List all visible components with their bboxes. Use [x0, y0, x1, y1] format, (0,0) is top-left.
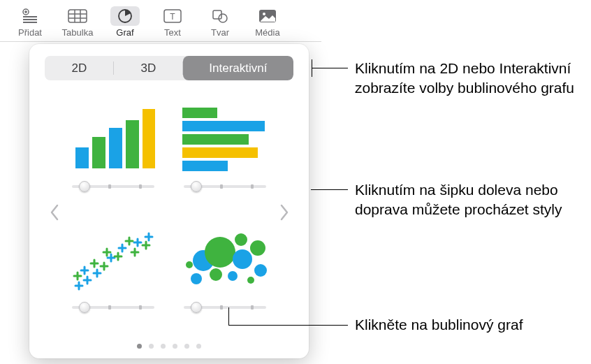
column-chart-thumb [68, 100, 159, 177]
tool-label: Tabulka [62, 27, 94, 38]
page-dot[interactable] [184, 344, 189, 349]
page-indicator [29, 344, 309, 349]
svg-rect-19 [92, 137, 105, 168]
shape-icon [205, 6, 235, 26]
svg-rect-27 [182, 161, 228, 171]
tool-text[interactable]: T Text [151, 3, 194, 38]
scatter-chart-option[interactable] [64, 215, 163, 330]
page-dot[interactable] [149, 344, 154, 349]
bar-chart-thumb [180, 100, 270, 177]
svg-rect-26 [182, 147, 258, 158]
svg-rect-23 [182, 108, 217, 118]
tab-3d[interactable]: 3D [114, 56, 183, 80]
svg-point-28 [191, 273, 202, 284]
bar-chart-option[interactable] [175, 94, 275, 210]
svg-rect-20 [109, 128, 122, 168]
tab-label: Interaktivní [209, 61, 267, 75]
svg-point-34 [233, 249, 252, 269]
add-page-icon [15, 6, 45, 26]
tool-shape[interactable]: Tvar [198, 3, 242, 38]
svg-point-32 [210, 268, 222, 281]
tab-label: 2D [72, 61, 87, 75]
scatter-chart-thumb [68, 221, 159, 298]
style-slider[interactable] [72, 303, 154, 312]
page-dot[interactable] [173, 344, 177, 349]
tool-label: Text [164, 27, 181, 38]
callout-text-tabs: Kliknutím na 2D nebo Interaktivní zobraz… [355, 59, 585, 99]
svg-point-31 [205, 237, 235, 268]
callout-text-arrow: Kliknutím na šipku doleva nebo doprava m… [355, 180, 578, 220]
toolbar: Přidat Tabulka Graf [0, 0, 321, 42]
tool-add[interactable]: Přidat [8, 3, 52, 38]
media-icon [253, 6, 282, 26]
svg-rect-24 [182, 121, 265, 131]
tab-label: 3D [140, 61, 156, 75]
tool-label: Tvar [211, 27, 229, 38]
chart-picker-popover: 2D 3D Interaktivní [29, 44, 309, 358]
svg-point-36 [250, 240, 265, 256]
column-chart-option[interactable] [64, 94, 163, 210]
chart-styles-area [45, 94, 293, 330]
tool-label: Graf [116, 27, 133, 38]
table-icon [63, 6, 92, 26]
chart-thumbs-grid [64, 94, 275, 330]
svg-point-29 [186, 261, 193, 268]
tool-label: Přidat [18, 27, 42, 38]
page-dot[interactable] [137, 344, 142, 349]
tool-chart[interactable]: Graf [103, 3, 147, 38]
svg-rect-21 [126, 120, 139, 168]
svg-rect-22 [143, 109, 155, 168]
chevron-left-icon [49, 203, 60, 222]
tool-media[interactable]: Média [246, 3, 289, 38]
svg-rect-25 [182, 134, 249, 145]
style-slider[interactable] [72, 182, 154, 191]
pie-chart-icon [110, 6, 140, 26]
textbox-icon: T [158, 6, 187, 26]
svg-rect-6 [68, 10, 87, 22]
svg-point-38 [247, 277, 254, 284]
svg-point-33 [228, 271, 238, 281]
style-slider[interactable] [184, 303, 266, 312]
tab-2d[interactable]: 2D [45, 56, 114, 80]
svg-rect-18 [75, 147, 89, 168]
svg-point-15 [219, 14, 227, 22]
tab-interactive[interactable]: Interaktivní [183, 56, 293, 80]
page-dot[interactable] [196, 344, 201, 349]
svg-text:T: T [170, 12, 175, 22]
tool-table[interactable]: Tabulka [56, 3, 99, 38]
style-slider[interactable] [184, 182, 266, 191]
chart-type-segmented-control: 2D 3D Interaktivní [45, 56, 293, 80]
callout-text-bubble: Klikněte na bublinový graf [355, 315, 585, 335]
bubble-chart-option[interactable] [175, 215, 275, 330]
bubble-chart-thumb [180, 221, 270, 298]
tool-label: Média [255, 27, 279, 38]
page-dot[interactable] [161, 344, 166, 349]
svg-point-17 [263, 13, 265, 15]
svg-point-35 [235, 233, 247, 246]
prev-style-arrow[interactable] [45, 188, 64, 237]
svg-point-37 [254, 264, 267, 277]
chevron-right-icon [279, 203, 290, 222]
next-style-arrow[interactable] [275, 188, 293, 237]
